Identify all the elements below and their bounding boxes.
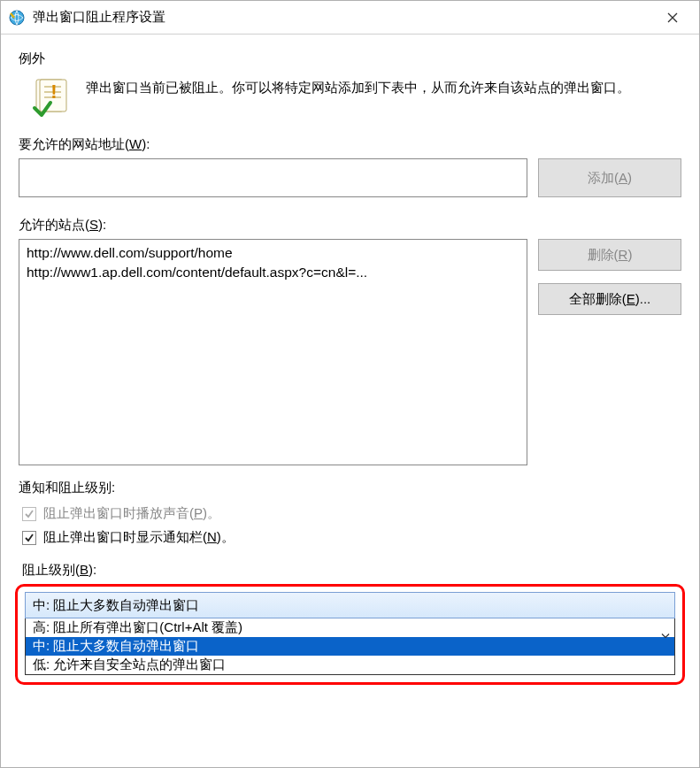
list-item[interactable]: http://www1.ap.dell.com/content/default.… xyxy=(25,263,521,282)
play-sound-label-suffix: )。 xyxy=(203,505,220,520)
exceptions-group: 例外 ! 弹出窗口当前已被阻止。你可以将特定网站添加到下表中，从而允许来自该站点… xyxy=(19,50,681,465)
window-title: 弹出窗口阻止程序设置 xyxy=(33,9,653,26)
remove-all-button-key: E xyxy=(627,291,635,306)
play-sound-checkbox[interactable] xyxy=(22,507,36,521)
address-label-key: W xyxy=(129,136,142,151)
show-bar-label: 阻止弹出窗口时显示通知栏(N)。 xyxy=(43,529,235,546)
allowed-label-key: S xyxy=(89,217,98,232)
level-label-key: B xyxy=(80,562,88,577)
address-label: 要允许的网站地址(W): xyxy=(19,136,681,153)
notifications-group-title: 通知和阻止级别: xyxy=(19,480,681,496)
show-bar-label-prefix: 阻止弹出窗口时显示通知栏( xyxy=(43,529,207,544)
combobox-dropdown: 高: 阻止所有弹出窗口(Ctrl+Alt 覆盖) 中: 阻止大多数自动弹出窗口 … xyxy=(25,618,675,675)
allowed-sites-label: 允许的站点(S): xyxy=(19,217,681,234)
play-sound-label: 阻止弹出窗口时播放声音(P)。 xyxy=(43,505,220,522)
remove-button[interactable]: 删除(R) xyxy=(538,239,681,271)
remove-all-button-prefix: 全部删除( xyxy=(569,291,627,306)
show-bar-checkbox[interactable] xyxy=(22,531,36,545)
remove-all-button[interactable]: 全部删除(E)... xyxy=(538,283,681,315)
show-bar-checkbox-row: 阻止弹出窗口时显示通知栏(N)。 xyxy=(22,529,681,546)
titlebar: 弹出窗口阻止程序设置 xyxy=(1,1,699,35)
play-sound-label-prefix: 阻止弹出窗口时播放声音( xyxy=(43,505,194,520)
info-icon: ! xyxy=(31,76,73,119)
list-item[interactable]: http://www.dell.com/support/home xyxy=(25,243,521,263)
combobox-option-medium[interactable]: 中: 阻止大多数自动弹出窗口 xyxy=(26,637,674,656)
highlight-annotation: 中: 阻止大多数自动弹出窗口 高: 阻止所有弹出窗口(Ctrl+Alt 覆盖) … xyxy=(15,584,685,685)
allowed-label-suffix: ): xyxy=(98,217,106,232)
show-bar-label-suffix: )。 xyxy=(217,529,235,544)
address-label-prefix: 要允许的网站地址( xyxy=(19,136,129,151)
combobox-selected-value: 中: 阻止大多数自动弹出窗口 xyxy=(33,597,199,614)
add-button-prefix: 添加( xyxy=(588,170,619,185)
blocking-level-label: 阻止级别(B): xyxy=(22,562,681,579)
allowed-sites-list[interactable]: http://www.dell.com/support/home http://… xyxy=(19,239,527,465)
address-input[interactable] xyxy=(19,158,527,197)
check-icon xyxy=(24,533,35,543)
level-label-suffix: ): xyxy=(88,562,96,577)
info-row: ! 弹出窗口当前已被阻止。你可以将特定网站添加到下表中，从而允许来自该站点的弹出… xyxy=(31,76,681,119)
chevron-down-icon xyxy=(661,626,670,641)
remove-button-suffix: ) xyxy=(627,247,632,262)
notifications-group: 通知和阻止级别: 阻止弹出窗口时播放声音(P)。 xyxy=(19,480,681,685)
address-label-suffix: ): xyxy=(142,136,150,151)
remove-all-button-suffix: )... xyxy=(635,291,651,306)
level-label-prefix: 阻止级别( xyxy=(22,562,80,577)
app-icon xyxy=(8,9,26,27)
svg-text:!: ! xyxy=(50,81,57,103)
remove-button-key: R xyxy=(619,247,628,262)
popup-blocker-settings-dialog: 弹出窗口阻止程序设置 例外 ! xyxy=(0,0,700,768)
allowed-label-prefix: 允许的站点( xyxy=(19,217,89,232)
exceptions-group-title: 例外 xyxy=(19,50,681,67)
dialog-content: 例外 ! 弹出窗口当前已被阻止。你可以将特定网站添加到下表中，从而允许来自该站点… xyxy=(1,35,699,767)
show-bar-key: N xyxy=(207,529,217,544)
blocking-level-combobox[interactable]: 中: 阻止大多数自动弹出窗口 高: 阻止所有弹出窗口(Ctrl+Alt 覆盖) … xyxy=(25,592,675,675)
close-button[interactable] xyxy=(653,4,692,32)
add-button[interactable]: 添加(A) xyxy=(538,158,681,197)
info-text: 弹出窗口当前已被阻止。你可以将特定网站添加到下表中，从而允许来自该站点的弹出窗口… xyxy=(86,76,630,98)
combobox-option-low[interactable]: 低: 允许来自安全站点的弹出窗口 xyxy=(26,656,674,674)
check-icon xyxy=(24,509,35,519)
combobox-display[interactable]: 中: 阻止大多数自动弹出窗口 xyxy=(25,592,675,618)
combobox-option-high[interactable]: 高: 阻止所有弹出窗口(Ctrl+Alt 覆盖) xyxy=(26,618,674,637)
play-sound-key: P xyxy=(194,505,203,520)
svg-point-0 xyxy=(10,11,24,25)
play-sound-checkbox-row: 阻止弹出窗口时播放声音(P)。 xyxy=(22,505,681,522)
remove-button-prefix: 删除( xyxy=(588,247,619,262)
close-icon xyxy=(667,12,678,23)
add-button-suffix: ) xyxy=(627,170,632,185)
add-button-key: A xyxy=(619,170,627,185)
